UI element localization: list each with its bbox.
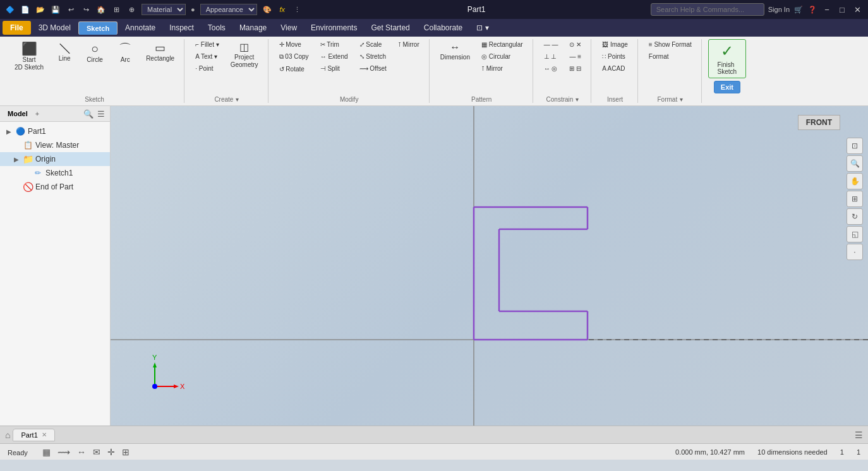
fillet-btn[interactable]: ⌐ Fillet ▾ xyxy=(191,39,224,50)
menu-sidebar-icon[interactable]: ☰ xyxy=(97,109,105,119)
format-expand-icon[interactable]: ▾ xyxy=(680,96,683,103)
mini-btn-fit[interactable]: ⊞ xyxy=(847,191,863,207)
mirror-modify-btn[interactable]: ⊺ Mirror xyxy=(394,39,424,50)
more-tabs-icon[interactable]: ☰ xyxy=(855,430,863,440)
part1-expand[interactable]: ▶ xyxy=(5,128,13,135)
origin-label: Origin xyxy=(35,155,56,164)
search-sidebar-icon[interactable]: 🔍 xyxy=(83,109,93,119)
rotate-btn[interactable]: ↺ Rotate xyxy=(275,64,313,75)
snap-icon[interactable]: ⊕ xyxy=(126,4,136,15)
snap-tool-icon[interactable]: ⟿ xyxy=(55,446,73,458)
mirror-pattern-btn[interactable]: ⊺ Mirror xyxy=(477,63,527,74)
circle-btn[interactable]: ○ Circle xyxy=(81,39,109,67)
tree-sketch1[interactable]: ✏ Sketch1 xyxy=(0,166,110,180)
circular-btn[interactable]: ◎ Circular xyxy=(477,51,527,62)
acad-btn[interactable]: A ACAD xyxy=(598,63,632,74)
search-input[interactable] xyxy=(651,3,764,16)
tree-origin[interactable]: ▶ 📁 Origin xyxy=(0,152,110,166)
offset-btn[interactable]: ⟿ Offset xyxy=(355,63,391,74)
mini-btn-view[interactable]: ◱ xyxy=(847,226,863,242)
constrain-btn2[interactable]: ⊥ ⊥ xyxy=(539,51,563,62)
text-btn[interactable]: A Text ▾ xyxy=(191,51,224,62)
menu-file[interactable]: File xyxy=(3,21,31,35)
format-btn[interactable]: Format xyxy=(644,51,696,62)
image-btn[interactable]: 🖼 Image xyxy=(598,39,632,50)
mini-btn-pan[interactable]: ✋ xyxy=(847,173,863,189)
redo-icon[interactable]: ↪ xyxy=(81,4,91,15)
line-btn[interactable]: │ Line xyxy=(51,39,78,66)
home-nav-icon[interactable]: 🏠 xyxy=(96,4,106,15)
menu-view[interactable]: View xyxy=(274,21,303,35)
origin-expand[interactable]: ▶ xyxy=(13,155,20,163)
home-tab-icon[interactable]: ⌂ xyxy=(5,430,10,440)
create-expand-icon[interactable]: ▾ xyxy=(236,96,239,103)
tree-end-of-part[interactable]: 🚫 End of Part xyxy=(0,180,110,194)
mini-btn-zoom[interactable]: 🔍 xyxy=(847,155,863,172)
constrain-expand-icon[interactable]: ▾ xyxy=(576,96,579,103)
constrain-btn1[interactable]: — — xyxy=(539,39,563,50)
dimension-btn[interactable]: ↔ Dimension xyxy=(436,39,474,64)
split-btn[interactable]: ⊣ Split xyxy=(316,63,353,74)
constrain-btn3[interactable]: ↔ ◎ xyxy=(539,63,563,74)
save-icon[interactable]: 💾 xyxy=(51,4,61,15)
project-geometry-btn[interactable]: ◫ ProjectGeometry xyxy=(226,39,263,72)
arc-btn[interactable]: ⌒ Arc xyxy=(111,39,139,67)
mini-btn-rotate3d[interactable]: ↻ xyxy=(847,208,863,225)
tree-view-master[interactable]: 📋 View: Master xyxy=(0,138,110,152)
viewport[interactable]: FRONT xyxy=(111,106,868,426)
move-btn[interactable]: ✛ Move xyxy=(275,39,313,50)
trim-btn[interactable]: ✂ Trim xyxy=(316,39,353,50)
grid-icon[interactable]: ▦ xyxy=(40,446,53,458)
mini-btn-dot[interactable]: · xyxy=(847,244,863,260)
constrain-btn6[interactable]: ⊞ ⊟ xyxy=(565,63,586,74)
menu-getstarted[interactable]: Get Started xyxy=(365,21,416,35)
extend-btn[interactable]: ↔ Extend xyxy=(316,51,353,62)
plus-tab[interactable]: + xyxy=(33,109,42,119)
menu-manage[interactable]: Manage xyxy=(233,21,273,35)
rectangular-btn[interactable]: ▦ Rectangular xyxy=(477,39,527,50)
scale-btn[interactable]: ⤢ Scale xyxy=(355,39,391,50)
material-dropdown[interactable]: Material xyxy=(142,4,186,15)
selection-icon[interactable]: ⊞ xyxy=(111,4,121,15)
move-tool-icon[interactable]: ✛ xyxy=(105,446,118,458)
stretch-btn[interactable]: ⤡ Stretch xyxy=(355,51,391,62)
snap2-icon[interactable]: ⊞ xyxy=(119,446,132,458)
constrain-btn4[interactable]: ⊙ ✕ xyxy=(565,39,586,50)
close-btn[interactable]: ✕ xyxy=(852,4,863,15)
menu-collaborate[interactable]: Collaborate xyxy=(418,21,469,35)
menu-tools[interactable]: Tools xyxy=(202,21,232,35)
cart-icon[interactable]: 🛒 xyxy=(793,4,804,15)
start-2dsketch-btn[interactable]: ⬛ Start2D Sketch xyxy=(10,39,48,75)
part1-tab[interactable]: Part1 ✕ xyxy=(13,429,54,441)
copy-btn[interactable]: ⧉ 03 Copy xyxy=(275,51,313,63)
menu-annotate[interactable]: Annotate xyxy=(119,21,162,35)
more-icon[interactable]: ⋮ xyxy=(292,4,303,15)
part1-tab-close[interactable]: ✕ xyxy=(42,431,47,438)
rectangle-btn[interactable]: ▭ Rectangle xyxy=(142,39,179,66)
points-btn[interactable]: ∷ Points xyxy=(598,51,632,62)
exit-btn[interactable]: Exit xyxy=(714,81,740,93)
open-icon[interactable]: 📂 xyxy=(35,4,45,15)
finish-sketch-btn[interactable]: ✓ FinishSketch xyxy=(708,39,746,78)
new-icon[interactable]: 📄 xyxy=(20,4,30,15)
tree-part1[interactable]: ▶ 🔵 Part1 xyxy=(0,124,110,138)
minimize-btn[interactable]: − xyxy=(821,4,833,15)
measure-icon[interactable]: ↔ xyxy=(75,446,88,458)
menu-inspect[interactable]: Inspect xyxy=(163,21,200,35)
menu-3dmodel[interactable]: 3D Model xyxy=(32,21,77,35)
model-tab[interactable]: Model xyxy=(5,109,30,119)
maximize-btn[interactable]: □ xyxy=(836,4,848,15)
constrain-btn5[interactable]: — ≡ xyxy=(565,51,586,62)
menu-sketch[interactable]: Sketch xyxy=(78,21,118,35)
appearance-dropdown[interactable]: Appearance xyxy=(200,4,257,15)
sign-in[interactable]: Sign In xyxy=(768,6,790,13)
show-format-btn[interactable]: ≡ Show Format xyxy=(644,39,696,50)
undo-icon[interactable]: ↩ xyxy=(66,4,76,15)
menu-environments[interactable]: Environments xyxy=(304,21,363,35)
point-btn[interactable]: · Point xyxy=(191,63,224,74)
mail-icon[interactable]: ✉ xyxy=(90,446,103,458)
menu-extra[interactable]: ⊡ ▾ xyxy=(470,21,495,35)
help-icon[interactable]: ❓ xyxy=(807,4,817,15)
fx-icon[interactable]: fx xyxy=(277,4,287,15)
mini-btn-1[interactable]: ⊡ xyxy=(847,138,863,154)
